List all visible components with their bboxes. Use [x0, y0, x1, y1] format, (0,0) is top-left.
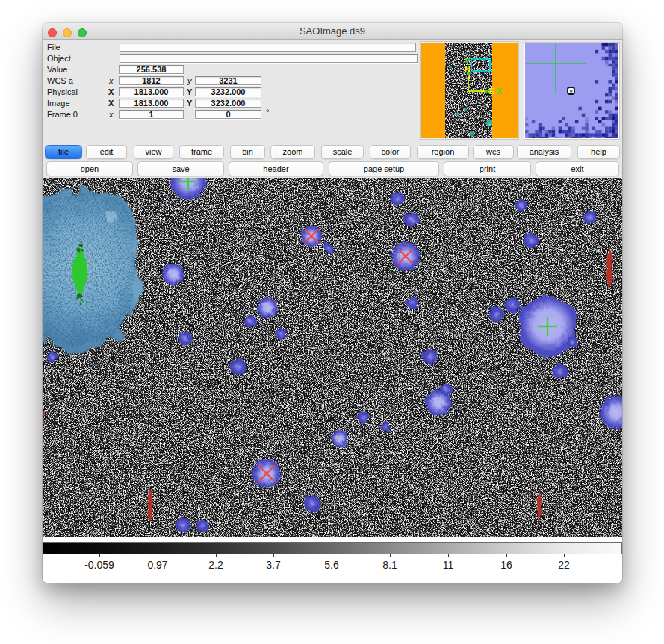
svg-text:N: N — [465, 65, 471, 74]
svg-text:X: X — [497, 87, 502, 96]
svg-text:E: E — [489, 87, 494, 96]
